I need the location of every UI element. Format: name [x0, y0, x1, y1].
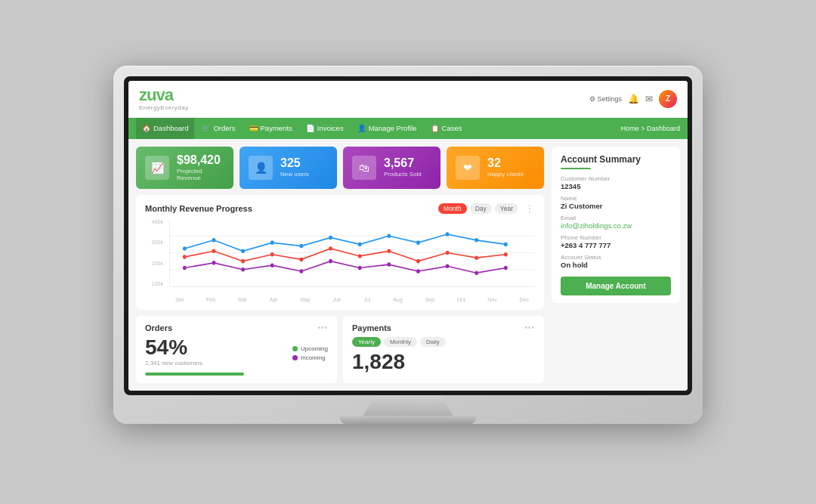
y-label-400k: 400k [152, 219, 163, 224]
chart-area: 400k 300k 200k 100k [145, 219, 535, 302]
nav-item-payments[interactable]: 💳 Payments [243, 118, 298, 139]
x-jul: Jul [363, 297, 370, 302]
tab-monthly[interactable]: Monthly [384, 337, 417, 347]
revenue-label: Projected Revenue [177, 168, 224, 181]
right-panel: Account Summary Customer Number 12345 Na… [552, 147, 680, 383]
svg-point-16 [212, 249, 216, 253]
payment-tabs: Yearly Monthly Daily [352, 337, 535, 347]
svg-point-8 [329, 235, 332, 240]
monitor-base [340, 416, 476, 424]
svg-point-12 [446, 232, 450, 237]
chart-plot [169, 219, 535, 287]
nav-item-orders[interactable]: 🛒 Orders [196, 118, 241, 139]
clients-info: 32 Happy clients [487, 157, 524, 178]
x-jun: Jun [332, 297, 341, 302]
svg-point-23 [416, 258, 420, 263]
svg-point-25 [474, 255, 478, 260]
svg-point-24 [446, 250, 450, 255]
bottom-cards: Orders ••• 54% 2,341 new customers [136, 316, 544, 383]
status-label: Account Status [561, 254, 671, 261]
phone-value: +263 4 777 777 [561, 241, 671, 249]
orders-title: Orders [145, 323, 172, 332]
products-info: 3,567 Products Sold [384, 157, 422, 178]
svg-point-33 [358, 265, 362, 270]
orders-progress-bar [145, 373, 244, 376]
svg-point-37 [474, 271, 478, 275]
stat-card-clients: ❤ 32 Happy clients [447, 147, 544, 189]
x-may: May [300, 297, 310, 302]
chart-card: Monthly Revenue Progress Month Day Year … [136, 195, 544, 310]
users-info: 325 New users [280, 157, 309, 178]
field-customer-number: Customer Number 12345 [561, 175, 671, 190]
svg-point-15 [183, 255, 187, 259]
svg-point-6 [270, 240, 274, 245]
orders-card-header: Orders ••• [145, 323, 328, 332]
incoming-dot [292, 355, 298, 360]
tab-yearly[interactable]: Yearly [352, 337, 381, 347]
legend-upcoming: Upcoming [292, 345, 328, 352]
nav-item-dashboard[interactable]: 🏠 Dashboard [136, 118, 194, 139]
payments-menu-icon[interactable]: ••• [524, 323, 535, 332]
svg-point-5 [241, 249, 245, 253]
svg-point-36 [446, 264, 450, 268]
x-apr: Apr [270, 297, 278, 302]
account-summary-title: Account Summary [561, 154, 671, 165]
avatar[interactable]: Z [659, 90, 677, 108]
products-label: Products Sold [384, 171, 422, 178]
nav-item-invoices[interactable]: 📄 Invoices [300, 118, 350, 139]
orders-legend: Upcoming Incoming [292, 345, 328, 361]
screen: zuva EnergyEveryday ⚙ Settings 🔔 ✉ Z 🏠 D… [128, 81, 688, 391]
stat-card-products: 🛍 3,567 Products Sold [343, 147, 440, 189]
bell-icon[interactable]: 🔔 [628, 94, 639, 104]
svg-point-14 [504, 242, 508, 246]
svg-point-22 [387, 249, 391, 253]
x-oct: Oct [457, 297, 465, 302]
mail-icon[interactable]: ✉ [645, 94, 653, 104]
period-month-button[interactable]: Month [438, 203, 467, 214]
x-mar: Mar [238, 297, 247, 302]
account-divider [561, 168, 591, 169]
nav-label-orders: Orders [213, 124, 235, 132]
more-options-icon[interactable]: ⋮ [524, 203, 535, 215]
revenue-info: $98,420 Projected Revenue [177, 154, 224, 181]
screen-bezel: zuva EnergyEveryday ⚙ Settings 🔔 ✉ Z 🏠 D… [124, 76, 692, 395]
customer-number-value: 12345 [561, 182, 671, 190]
chart-svg [170, 219, 535, 286]
users-icon: 👤 [249, 156, 273, 180]
svg-point-9 [358, 242, 362, 246]
tab-daily[interactable]: Daily [420, 337, 446, 347]
svg-point-7 [299, 243, 303, 248]
y-label-300k: 300k [152, 240, 163, 245]
y-label-200k: 200k [152, 261, 163, 266]
x-nov: Nov [487, 297, 496, 302]
phone-label: Phone Number [561, 234, 671, 241]
period-year-button[interactable]: Year [495, 203, 518, 214]
svg-point-29 [241, 267, 245, 271]
header-right: ⚙ Settings 🔔 ✉ Z [589, 90, 677, 108]
settings-icon[interactable]: ⚙ Settings [589, 95, 622, 103]
manage-account-button[interactable]: Manage Account [561, 277, 671, 295]
cases-icon: 📋 [431, 124, 440, 132]
orders-menu-icon[interactable]: ••• [317, 323, 328, 332]
stat-card-users: 👤 325 New users [240, 147, 337, 189]
nav-label-dashboard: Dashboard [153, 124, 188, 132]
period-day-button[interactable]: Day [470, 203, 492, 214]
chart-title: Monthly Revenue Progress [145, 204, 252, 213]
field-phone: Phone Number +263 4 777 777 [561, 234, 671, 249]
users-value: 325 [280, 157, 309, 169]
chart-y-labels: 400k 300k 200k 100k [145, 219, 166, 287]
svg-point-4 [212, 238, 216, 243]
y-label-100k: 100k [152, 281, 163, 286]
left-panel: 📈 $98,420 Projected Revenue 👤 325 New us… [136, 147, 544, 383]
status-value: On hold [561, 261, 671, 269]
nav-item-profile[interactable]: 👤 Manage Profile [351, 118, 423, 139]
invoices-icon: 📄 [306, 124, 315, 132]
svg-point-11 [416, 240, 420, 245]
orders-body: 54% 2,341 new customers Upcoming [145, 337, 328, 366]
nav-item-cases[interactable]: 📋 Cases [425, 118, 468, 139]
chart-x-labels: Jan Feb Mar Apr May Jun Jul Aug Sep Oct [169, 297, 535, 302]
stat-card-revenue: 📈 $98,420 Projected Revenue [136, 147, 233, 189]
x-sep: Sep [425, 297, 434, 302]
svg-point-13 [474, 238, 478, 243]
svg-point-34 [387, 262, 391, 267]
